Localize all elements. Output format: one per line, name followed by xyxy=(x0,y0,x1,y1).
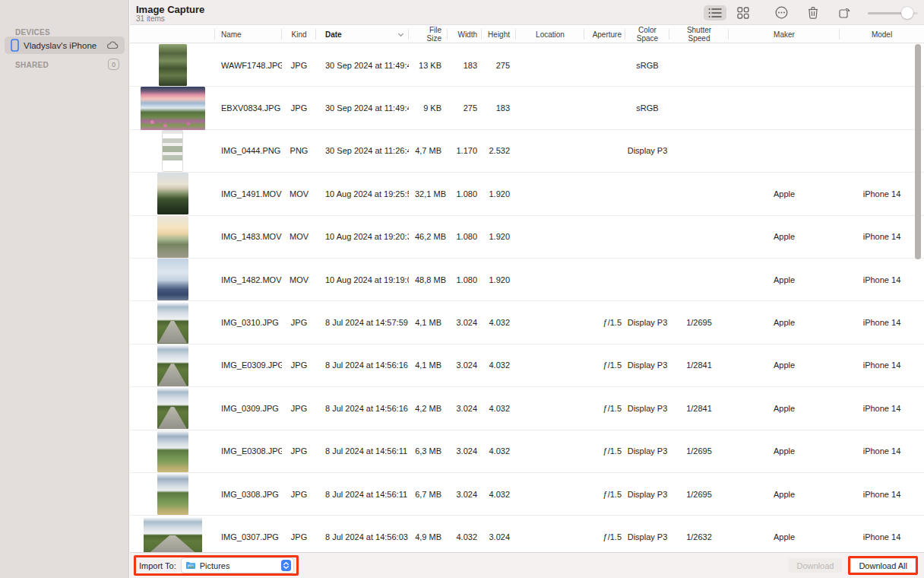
column-header-model[interactable]: Model xyxy=(840,26,924,43)
photo-thumbnail[interactable] xyxy=(144,517,202,552)
photo-thumbnail[interactable] xyxy=(157,387,188,429)
cell-kind: JPG xyxy=(282,318,316,327)
photo-thumbnail[interactable] xyxy=(157,173,188,214)
table-row[interactable]: WAWF1748.JPGJPG30 Sep 2024 at 11:49:4913… xyxy=(130,44,924,87)
cell-name: IMG_1482.MOV xyxy=(215,275,282,284)
table-row[interactable]: IMG_1491.MOVMOV10 Aug 2024 at 19:25:5232… xyxy=(130,173,924,215)
thumbnail-cell xyxy=(130,387,215,429)
table-row[interactable]: IMG_0307.JPGJPG8 Jul 2024 at 14:56:034,9… xyxy=(130,516,924,552)
cell-name: WAWF1748.JPG xyxy=(215,61,282,70)
cell-name: EBXV0834.JPG xyxy=(215,103,282,113)
cell-maker: Apple xyxy=(729,532,840,541)
cell-aperture: ƒ/1.5 xyxy=(584,360,625,370)
column-header-shutter[interactable]: Shutter Speed xyxy=(669,26,729,43)
photo-thumbnail[interactable] xyxy=(141,87,205,130)
cell-date: 8 Jul 2024 at 14:56:11 xyxy=(316,446,409,456)
table-row[interactable]: IMG_0309.JPGJPG8 Jul 2024 at 14:56:164,2… xyxy=(130,387,924,430)
cell-maker: Apple xyxy=(729,318,840,327)
photo-thumbnail[interactable] xyxy=(157,473,188,515)
cell-kind: JPG xyxy=(282,490,316,499)
cell-size: 32,1 MB xyxy=(409,189,448,198)
cell-color_space: sRGB xyxy=(625,61,669,70)
cell-name: IMG_0309.JPG xyxy=(215,404,282,413)
list-view-button[interactable] xyxy=(704,5,726,21)
photo-thumbnail[interactable] xyxy=(157,216,188,258)
column-header-color_space[interactable]: Color Space xyxy=(625,26,669,43)
table-row[interactable]: IMG_0310.JPGJPG8 Jul 2024 at 14:57:594,1… xyxy=(130,301,924,344)
column-header-height[interactable]: Height xyxy=(482,26,516,43)
thumbnail-cell xyxy=(130,173,215,214)
column-header-kind[interactable]: Kind xyxy=(282,26,316,43)
cell-size: 9 KB xyxy=(409,103,448,113)
column-header-location[interactable]: Location xyxy=(516,26,584,43)
cloud-icon xyxy=(106,41,119,49)
cell-name: IMG_0444.PNG xyxy=(215,146,282,155)
delete-button[interactable] xyxy=(803,4,823,21)
column-header-name[interactable]: Name xyxy=(215,26,282,43)
download-button[interactable]: Download xyxy=(788,558,842,573)
cell-model: iPhone 14 xyxy=(840,189,924,198)
cell-width: 1.080 xyxy=(448,232,482,241)
column-header-date[interactable]: Date xyxy=(316,26,409,43)
photo-thumbnail[interactable] xyxy=(162,130,183,172)
column-header-size[interactable]: File Size xyxy=(409,26,448,43)
cell-color_space: sRGB xyxy=(625,103,669,113)
cell-kind: JPG xyxy=(282,404,316,413)
column-header-maker[interactable]: Maker xyxy=(729,26,840,43)
photo-thumbnail[interactable] xyxy=(159,44,187,86)
cell-size: 48,8 MB xyxy=(409,275,448,284)
more-options-button[interactable] xyxy=(771,4,793,21)
page-title: Image Capture xyxy=(136,4,204,15)
table-row[interactable]: IMG_E0308.JPGJPG8 Jul 2024 at 14:56:116,… xyxy=(130,430,924,473)
table-row[interactable]: IMG_1483.MOVMOV10 Aug 2024 at 19:20:3246… xyxy=(130,216,924,259)
photo-thumbnail[interactable] xyxy=(157,430,188,472)
vertical-scrollbar[interactable] xyxy=(915,44,921,259)
grid-view-button[interactable] xyxy=(733,5,754,21)
download-all-button[interactable]: Download All xyxy=(850,558,916,573)
thumbnail-cell xyxy=(130,87,215,130)
column-header-aperture[interactable]: Aperture xyxy=(584,26,625,43)
photo-thumbnail[interactable] xyxy=(157,259,188,300)
cell-date: 10 Aug 2024 at 19:20:32 xyxy=(316,232,409,241)
zoom-slider-knob[interactable] xyxy=(901,7,913,19)
cell-kind: MOV xyxy=(282,189,316,198)
cell-size: 4,9 MB xyxy=(409,532,448,541)
cell-color_space: Display P3 xyxy=(625,490,669,499)
cell-height: 2.532 xyxy=(482,146,516,155)
popup-stepper-icon xyxy=(281,560,291,571)
shared-count-badge[interactable]: 0 xyxy=(108,59,119,70)
table-row[interactable]: IMG_1482.MOVMOV10 Aug 2024 at 19:19:0648… xyxy=(130,259,924,301)
photo-thumbnail[interactable] xyxy=(157,345,188,386)
thumbnail-cell xyxy=(130,430,215,472)
rotate-button[interactable] xyxy=(834,4,856,21)
list-view-icon xyxy=(708,8,722,18)
cell-shutter: 1/2632 xyxy=(669,532,729,541)
cell-shutter: 1/2695 xyxy=(669,446,729,456)
table-row[interactable]: IMG_E0309.JPGJPG8 Jul 2024 at 14:56:164,… xyxy=(130,345,924,387)
sidebar-item-device[interactable]: Vladyslav's iPhone xyxy=(5,37,125,54)
download-all-annotation-box: Download All xyxy=(848,556,918,575)
column-header-label: File Size xyxy=(415,26,441,43)
table-row[interactable]: IMG_0444.PNGPNG30 Sep 2024 at 11:26:444,… xyxy=(130,130,924,173)
cell-kind: MOV xyxy=(282,275,316,284)
zoom-slider[interactable] xyxy=(868,7,918,19)
cell-model: iPhone 14 xyxy=(840,275,924,284)
thumbnail-column-header[interactable] xyxy=(130,26,215,43)
table-row[interactable]: EBXV0834.JPGJPG30 Sep 2024 at 11:49:499 … xyxy=(130,87,924,129)
cell-date: 8 Jul 2024 at 14:56:16 xyxy=(316,404,409,413)
cell-kind: JPG xyxy=(282,103,316,113)
photo-thumbnail[interactable] xyxy=(157,302,188,344)
cell-kind: MOV xyxy=(282,232,316,241)
column-header-label: Shutter Speed xyxy=(677,26,721,43)
column-header-label: Name xyxy=(221,30,276,39)
table-row[interactable]: IMG_0308.JPGJPG8 Jul 2024 at 14:56:116,7… xyxy=(130,473,924,516)
import-destination-popup[interactable]: Pictures xyxy=(182,558,293,573)
column-header-width[interactable]: Width xyxy=(448,26,482,43)
cell-date: 8 Jul 2024 at 14:56:11 xyxy=(316,490,409,499)
cell-date: 10 Aug 2024 at 19:25:52 xyxy=(316,189,409,198)
cell-aperture: ƒ/1.5 xyxy=(584,446,625,456)
cell-maker: Apple xyxy=(729,275,840,284)
cell-aperture: ƒ/1.5 xyxy=(584,318,625,327)
cell-name: IMG_E0309.JPG xyxy=(215,360,282,370)
cell-kind: JPG xyxy=(282,446,316,456)
